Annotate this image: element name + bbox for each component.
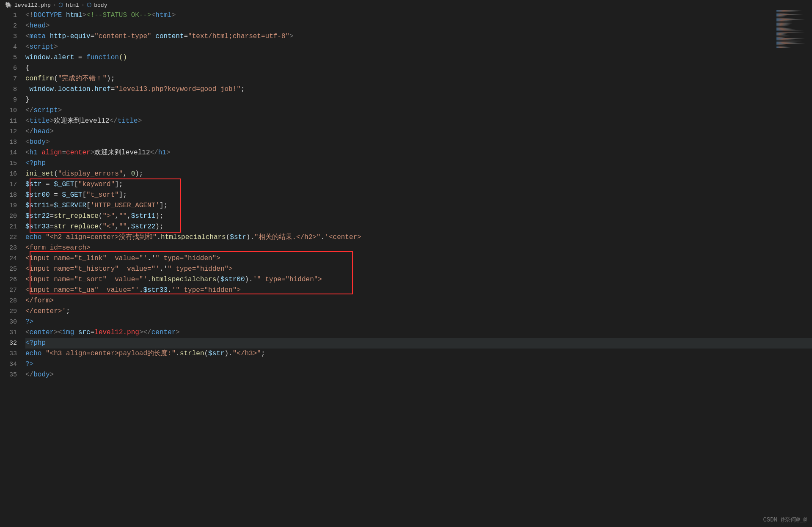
line-number: 33 [0,349,17,359]
line-number: 3 [0,31,17,42]
line-number: 27 [0,285,17,296]
code-line[interactable]: <script> [25,42,812,52]
line-number: 22 [0,232,17,243]
code-line[interactable]: <input name="t_history" value="'.'" type… [25,264,812,274]
breadcrumb[interactable]: 🐘 level12.php › ⬡ html › ⬡ body [0,0,812,10]
breadcrumb-item[interactable]: body [94,2,107,8]
line-number: 14 [0,148,17,158]
code-line[interactable]: $str00 = $_GET["t_sort"]; [25,190,812,200]
code-line[interactable]: <input name="t_sort" value="'.htmlspecia… [25,274,812,285]
line-number: 25 [0,264,17,274]
line-gutter: 1234567891011121314151617181920212223242… [0,10,25,380]
code-line[interactable]: <?php [25,158,812,169]
code-line[interactable]: <center><img src=level12.png></center> [25,327,812,338]
line-number: 10 [0,105,17,116]
line-number: 35 [0,370,17,380]
code-editor[interactable]: 1234567891011121314151617181920212223242… [0,10,812,380]
line-number: 30 [0,317,17,327]
code-line[interactable]: $str33=str_replace("<","",$str22); [25,222,812,232]
line-number: 6 [0,63,17,74]
line-number: 1 [0,10,17,21]
line-number: 16 [0,169,17,179]
code-line[interactable]: </body> [25,370,812,380]
line-number: 29 [0,306,17,317]
line-number: 20 [0,211,17,222]
line-number: 31 [0,327,17,338]
line-number: 18 [0,190,17,200]
cube-icon: ⬡ [58,2,63,8]
code-area[interactable]: <!DOCTYPE html><!--STATUS OK--><html><he… [25,10,812,380]
code-line[interactable]: ?> [25,317,812,327]
breadcrumb-file[interactable]: level12.php [14,2,51,8]
code-line[interactable]: </center>'; [25,306,812,317]
breadcrumb-item[interactable]: html [66,2,79,8]
code-line[interactable]: <form id=search> [25,243,812,253]
line-number: 7 [0,74,17,84]
chevron-right-icon: › [53,3,56,8]
code-line[interactable]: } [25,95,812,105]
watermark: CSDN @奈何@_@ [763,516,807,524]
line-number: 19 [0,200,17,211]
minimap[interactable] [776,10,810,52]
code-line[interactable]: echo "<h3 align=center>payload的长度:".strl… [25,349,812,359]
line-number: 23 [0,243,17,253]
cube-icon: ⬡ [87,2,91,8]
line-number: 34 [0,359,17,370]
code-line[interactable]: window.alert = function() [25,52,812,63]
line-number: 4 [0,42,17,52]
code-line[interactable]: <?php [25,338,812,349]
line-number: 2 [0,21,17,31]
code-line[interactable]: ini_set("display_errors", 0); [25,169,812,179]
line-number: 17 [0,179,17,190]
line-number: 32 [0,338,17,349]
code-line[interactable]: echo "<h2 align=center>没有找到和".htmlspecia… [25,232,812,243]
line-number: 5 [0,52,17,63]
code-line[interactable]: <body> [25,137,812,148]
code-line[interactable]: <input name="t_ua" value="'.$str33.'" ty… [25,285,812,296]
code-line[interactable]: $str11=$_SERVER['HTTP_USER_AGENT']; [25,200,812,211]
line-number: 15 [0,158,17,169]
line-number: 26 [0,274,17,285]
line-number: 21 [0,222,17,232]
line-number: 28 [0,296,17,306]
code-line[interactable]: <input name="t_link" value="'.'" type="h… [25,253,812,264]
code-line[interactable]: <meta http-equiv="content-type" content=… [25,31,812,42]
code-line[interactable]: $str22=str_replace(">","",$str11); [25,211,812,222]
code-line[interactable]: <!DOCTYPE html><!--STATUS OK--><html> [25,10,812,21]
code-line[interactable]: confirm("完成的不错！"); [25,74,812,84]
line-number: 8 [0,84,17,95]
code-line[interactable]: </form> [25,296,812,306]
line-number: 9 [0,95,17,105]
code-line[interactable]: </head> [25,126,812,137]
chevron-right-icon: › [82,3,85,8]
code-line[interactable]: { [25,63,812,74]
code-line[interactable]: <h1 align=center>欢迎来到level12</h1> [25,148,812,158]
line-number: 24 [0,253,17,264]
php-icon: 🐘 [5,2,12,8]
line-number: 12 [0,126,17,137]
code-line[interactable]: ?> [25,359,812,370]
line-number: 11 [0,116,17,126]
code-line[interactable]: $str = $_GET["keyword"]; [25,179,812,190]
line-number: 13 [0,137,17,148]
code-line[interactable]: <title>欢迎来到level12</title> [25,116,812,126]
code-line[interactable]: </script> [25,105,812,116]
code-line[interactable]: window.location.href="level13.php?keywor… [25,84,812,95]
code-line[interactable]: <head> [25,21,812,31]
